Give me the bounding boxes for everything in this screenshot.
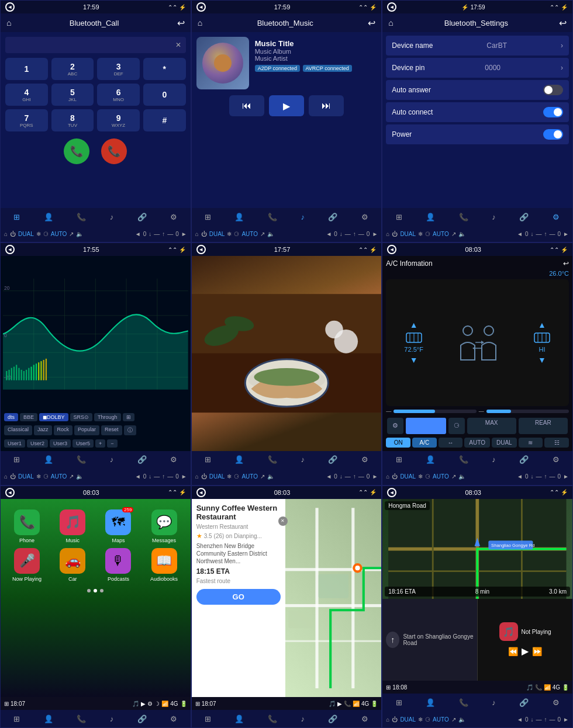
mini-play-btn[interactable]: ▶ <box>522 646 529 657</box>
ac-max-btn[interactable]: MAX <box>467 418 516 434</box>
call-button[interactable]: 📞 <box>64 138 89 164</box>
nav-settings-bt[interactable]: ⚙ <box>553 213 560 221</box>
dial-hash[interactable]: # <box>143 109 186 131</box>
eq-user3[interactable]: User3 <box>50 439 71 448</box>
nav-link-bt[interactable]: 🔗 <box>519 213 529 221</box>
back-btn-bt[interactable]: ↩ <box>559 18 567 29</box>
rewind-btn[interactable]: ⏪ <box>508 647 518 656</box>
next-button[interactable]: ⏭ <box>309 95 344 116</box>
ac-fan-btn[interactable]: ⚆ <box>448 418 465 434</box>
snow-climate-call[interactable]: ❄ <box>36 231 41 237</box>
nav-music-bt[interactable]: ♪ <box>492 213 496 221</box>
ac-down-left[interactable]: ▼ <box>410 355 418 365</box>
eq-classical[interactable]: Classical <box>4 425 32 435</box>
home-climate-bt[interactable]: ⌂ <box>386 231 389 237</box>
eq-user1[interactable]: User1 <box>4 439 25 448</box>
right-bt[interactable]: ► <box>563 231 569 237</box>
back-arrow-eq[interactable]: ◄ <box>5 245 15 254</box>
nav-settings-eq[interactable]: ⚙ <box>170 455 177 464</box>
vol-dn-call[interactable]: 🔈 <box>76 231 83 237</box>
arrow-climate-call[interactable]: ↗ <box>69 231 74 237</box>
temp-dn-bt[interactable]: ↓ <box>531 231 534 237</box>
power-toggle[interactable] <box>543 129 563 140</box>
clear-icon[interactable]: ✕ <box>175 41 181 49</box>
carplay-moon-icon[interactable]: ☽ <box>154 701 160 707</box>
nav-apps-music[interactable]: ⊞ <box>205 213 211 221</box>
carplay-audiobooks[interactable]: 📖 Audiobooks <box>143 548 184 582</box>
home-climate-call[interactable]: ⌂ <box>4 231 8 237</box>
nav-music-eq[interactable]: ♪ <box>110 455 114 464</box>
auto-connect-toggle[interactable] <box>543 107 563 117</box>
device-pin-row[interactable]: Device pin 0000 › <box>386 58 569 78</box>
back-arrow-ac[interactable]: ◄ <box>387 245 396 254</box>
carplay-car[interactable]: 🚗 Car <box>52 548 93 582</box>
back-arrow-notplaying[interactable]: ◄ <box>387 488 396 497</box>
back-btn-call[interactable]: ↩ <box>177 18 185 29</box>
dual-climate-music[interactable]: DUAL <box>209 231 225 237</box>
ac-rear-btn[interactable]: REAR <box>519 418 568 434</box>
carplay-now-playing[interactable]: 🎤 Now Playing <box>6 548 47 582</box>
dot-3[interactable] <box>100 589 103 592</box>
auto-climate-call[interactable]: AUTO <box>51 231 67 237</box>
temp-dn-music[interactable]: ↓ <box>340 231 343 237</box>
temp-up-call[interactable]: ↑ <box>162 231 165 237</box>
device-name-row[interactable]: Device name CarBT › <box>386 36 569 56</box>
vol-dn-music[interactable]: 🔈 <box>267 231 274 237</box>
carplay-podcasts[interactable]: 🎙 Podcasts <box>98 548 139 582</box>
eq-bbe[interactable]: BBE <box>20 413 37 421</box>
auto-climate-music[interactable]: AUTO <box>241 231 258 237</box>
arrow-climate-bt[interactable]: ↗ <box>451 231 456 237</box>
arrow-climate-music[interactable]: ↗ <box>260 231 265 237</box>
nav-user-music[interactable]: 👤 <box>234 213 244 221</box>
home-climate-eq[interactable]: ⌂ <box>4 473 8 480</box>
eq-reset[interactable]: Reset <box>101 425 122 435</box>
nav-link-video[interactable]: 🔗 <box>328 455 337 464</box>
nav-grid-icon[interactable]: ⊞ <box>195 701 200 707</box>
eq-srs[interactable]: SRS⊙ <box>70 413 93 421</box>
play-button[interactable]: ▶ <box>269 95 304 116</box>
dual-climate-call[interactable]: DUAL <box>18 231 34 237</box>
home-icon-music[interactable]: ⌂ <box>198 18 202 27</box>
auto-answer-toggle[interactable] <box>543 85 563 95</box>
back-arrow-nav[interactable]: ◄ <box>196 488 206 497</box>
eq-through[interactable]: Through <box>94 413 121 421</box>
back-arrow-call[interactable]: ◄ <box>5 2 15 12</box>
ac-down-right[interactable]: ▼ <box>538 355 546 365</box>
eq-extra[interactable]: ⊞ <box>123 413 134 421</box>
auto-climate-bt[interactable]: AUTO <box>433 231 449 237</box>
eq-dolby[interactable]: ◼DOLBY <box>39 413 68 421</box>
nav-user-video[interactable]: 👤 <box>234 455 244 464</box>
snow-climate-bt[interactable]: ❄ <box>418 231 423 237</box>
right-call[interactable]: ► <box>181 231 187 237</box>
carplay-music[interactable]: 🎵 Music <box>52 509 93 543</box>
ac-recirculate-btn[interactable]: ↔ <box>439 438 463 448</box>
eq-jazz[interactable]: Jazz <box>34 425 52 435</box>
nav-apps-eq[interactable]: ⊞ <box>13 455 20 464</box>
power-climate-eq[interactable]: ⏻ <box>10 473 16 480</box>
np-grid-icon[interactable]: ⊞ <box>386 684 391 691</box>
back-arrow-music[interactable]: ◄ <box>196 2 206 12</box>
back-arrow-video[interactable]: ◄ <box>196 245 206 254</box>
nav-apps-video[interactable]: ⊞ <box>205 455 211 464</box>
dual-climate-bt[interactable]: DUAL <box>400 231 416 237</box>
dial-4[interactable]: 4GHI <box>5 84 48 106</box>
dot-1[interactable] <box>87 589 91 592</box>
eq-rock[interactable]: Rock <box>54 425 73 435</box>
dial-star[interactable]: * <box>143 58 186 80</box>
ac-auto-btn[interactable]: AUTO <box>464 438 490 448</box>
ac-slider-left[interactable] <box>393 410 476 413</box>
nav-music-video[interactable]: ♪ <box>301 455 305 464</box>
left-music[interactable]: ◄ <box>326 231 332 237</box>
close-card-button[interactable]: ✕ <box>278 516 288 526</box>
dial-7[interactable]: 7PQRS <box>5 109 48 131</box>
power-climate-music[interactable]: ⏻ <box>201 231 207 237</box>
ac-ac-btn[interactable]: A/C <box>412 438 437 448</box>
nav-phone-music[interactable]: 📞 <box>268 213 277 221</box>
vol-dn-bt[interactable]: 🔈 <box>458 231 465 237</box>
dial-6[interactable]: 6MNO <box>97 84 140 106</box>
right-music[interactable]: ► <box>372 231 378 237</box>
dial-9[interactable]: 9WXYZ <box>97 109 140 131</box>
ac-dual-btn[interactable]: DUAL <box>492 438 517 448</box>
back-btn-music[interactable]: ↩ <box>368 18 375 29</box>
nav-link-eq[interactable]: 🔗 <box>137 455 147 464</box>
